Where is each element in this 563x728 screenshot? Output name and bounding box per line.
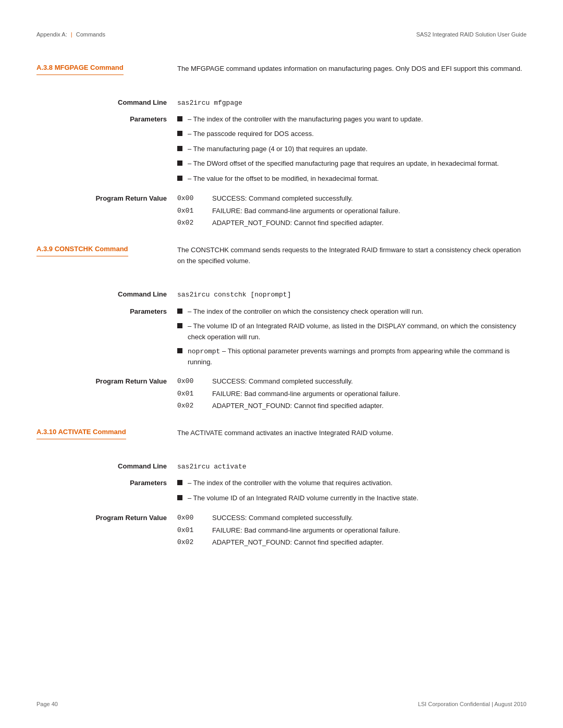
return-description: ADAPTER_NOT_FOUND: Cannot find specified… bbox=[212, 401, 527, 411]
return-description: ADAPTER_NOT_FOUND: Cannot find specified… bbox=[212, 218, 527, 228]
param-text: – The index of the controller on which t… bbox=[188, 306, 423, 317]
bullet-icon bbox=[177, 309, 182, 314]
page-footer: Page 40 LSI Corporation Confidential | A… bbox=[36, 701, 527, 707]
param-item: – The index of the controller with the m… bbox=[177, 114, 527, 125]
section-heading: A.3.10 ACTIVATE Command bbox=[36, 428, 126, 439]
field-content: 0x00SUCCESS: Command completed successfu… bbox=[177, 376, 527, 413]
command-line-text: sas2ircu constchk [noprompt] bbox=[177, 289, 527, 301]
param-text: – The volume ID of an Integrated RAID vo… bbox=[188, 321, 527, 342]
param-item: – The volume ID of an Integrated RAID vo… bbox=[177, 493, 527, 504]
bullet-icon bbox=[177, 480, 182, 485]
return-description: SUCCESS: Command completed successfully. bbox=[212, 193, 527, 204]
section-heading: A.3.9 CONSTCHK Command bbox=[36, 245, 128, 256]
section-title-left: A.3.8 MFGPAGE Command bbox=[36, 64, 177, 82]
return-code: 0x01 bbox=[177, 525, 206, 536]
header-right: SAS2 Integrated RAID Solution User Guide bbox=[416, 31, 527, 38]
bullet-icon bbox=[177, 116, 182, 121]
param-text: noprompt – This optional parameter preve… bbox=[188, 346, 527, 367]
field-label: Parameters bbox=[36, 478, 177, 508]
param-text: – The DWord offset of the specified manu… bbox=[188, 158, 499, 169]
field-content: – The index of the controller on which t… bbox=[177, 306, 527, 372]
section-title-row-a38: A.3.8 MFGPAGE CommandThe MFGPAGE command… bbox=[36, 64, 527, 82]
return-code: 0x01 bbox=[177, 206, 206, 216]
field-label: Parameters bbox=[36, 306, 177, 372]
field-row-parameters: Parameters – The index of the controller… bbox=[36, 114, 527, 189]
return-row: 0x02ADAPTER_NOT_FOUND: Cannot find speci… bbox=[177, 537, 527, 548]
field-content: sas2ircu mfgpage bbox=[177, 97, 527, 109]
parameters-list: – The index of the controller with the m… bbox=[177, 114, 527, 184]
param-item: – The DWord offset of the specified manu… bbox=[177, 158, 527, 169]
return-values-table: 0x00SUCCESS: Command completed successfu… bbox=[177, 376, 527, 411]
return-description: SUCCESS: Command completed successfully. bbox=[212, 513, 527, 523]
section-a38: A.3.8 MFGPAGE CommandThe MFGPAGE command… bbox=[36, 64, 527, 230]
return-description: ADAPTER_NOT_FOUND: Cannot find specified… bbox=[212, 537, 527, 548]
return-description: SUCCESS: Command completed successfully. bbox=[212, 376, 527, 387]
return-row: 0x01FAILURE: Bad command-line arguments … bbox=[177, 525, 527, 536]
header-left: Appendix A: | Commands bbox=[36, 31, 105, 38]
header-divider: | bbox=[71, 31, 72, 38]
field-row-program-return-value: Program Return Value0x00SUCCESS: Command… bbox=[36, 376, 527, 413]
return-code: 0x01 bbox=[177, 389, 206, 399]
return-row: 0x02ADAPTER_NOT_FOUND: Cannot find speci… bbox=[177, 401, 527, 411]
section-heading: A.3.8 MFGPAGE Command bbox=[36, 64, 124, 75]
field-content: – The index of the controller with the v… bbox=[177, 478, 527, 508]
section-desc-text: The ACTIVATE command activates an inacti… bbox=[177, 428, 527, 439]
command-line-text: sas2ircu activate bbox=[177, 461, 527, 473]
return-code: 0x00 bbox=[177, 513, 206, 523]
return-row: 0x02ADAPTER_NOT_FOUND: Cannot find speci… bbox=[177, 218, 527, 228]
param-text: – The index of the controller with the v… bbox=[188, 478, 393, 489]
field-label: Program Return Value bbox=[36, 376, 177, 413]
return-row: 0x01FAILURE: Bad command-line arguments … bbox=[177, 389, 527, 399]
return-description: FAILURE: Bad command-line arguments or o… bbox=[212, 389, 527, 399]
section-description: The ACTIVATE command activates an inacti… bbox=[177, 428, 527, 446]
return-row: 0x00SUCCESS: Command completed successfu… bbox=[177, 376, 527, 387]
return-description: FAILURE: Bad command-line arguments or o… bbox=[212, 206, 527, 216]
section-title-row-a310: A.3.10 ACTIVATE CommandThe ACTIVATE comm… bbox=[36, 428, 527, 446]
header-appendix-label: Appendix A: bbox=[36, 31, 67, 38]
section-desc-text: The CONSTCHK command sends requests to t… bbox=[177, 245, 527, 267]
field-row-command-line: Command Linesas2ircu mfgpage bbox=[36, 97, 527, 109]
bullet-icon bbox=[177, 495, 182, 500]
param-text: – The volume ID of an Integrated RAID vo… bbox=[188, 493, 419, 504]
field-content: – The index of the controller with the m… bbox=[177, 114, 527, 189]
return-description: FAILURE: Bad command-line arguments or o… bbox=[212, 525, 527, 536]
param-text: – The index of the controller with the m… bbox=[188, 114, 423, 125]
content-area: A.3.8 MFGPAGE CommandThe MFGPAGE command… bbox=[36, 64, 527, 550]
field-label: Program Return Value bbox=[36, 513, 177, 550]
return-code: 0x02 bbox=[177, 218, 206, 228]
field-label: Command Line bbox=[36, 461, 177, 473]
copyright: LSI Corporation Confidential | August 20… bbox=[418, 701, 527, 707]
section-description: The CONSTCHK command sends requests to t… bbox=[177, 245, 527, 274]
section-title-left: A.3.9 CONSTCHK Command bbox=[36, 245, 177, 274]
page-header: Appendix A: | Commands SAS2 Integrated R… bbox=[36, 31, 527, 38]
param-item: – The manufacturing page (4 or 10) that … bbox=[177, 144, 527, 155]
section-title-row-a39: A.3.9 CONSTCHK CommandThe CONSTCHK comma… bbox=[36, 245, 527, 274]
section-desc-text: The MFGPAGE command updates information … bbox=[177, 64, 527, 75]
bullet-icon bbox=[177, 323, 182, 328]
bullet-icon bbox=[177, 161, 182, 166]
section-a39: A.3.9 CONSTCHK CommandThe CONSTCHK comma… bbox=[36, 245, 527, 413]
field-content: 0x00SUCCESS: Command completed successfu… bbox=[177, 193, 527, 230]
command-line-text: sas2ircu mfgpage bbox=[177, 97, 527, 109]
bullet-icon bbox=[177, 348, 182, 353]
return-code: 0x00 bbox=[177, 376, 206, 387]
return-row: 0x01FAILURE: Bad command-line arguments … bbox=[177, 206, 527, 216]
param-text: – The passcode required for DOS access. bbox=[188, 129, 314, 140]
bullet-icon bbox=[177, 131, 182, 136]
return-code: 0x02 bbox=[177, 537, 206, 548]
param-item: – The index of the controller on which t… bbox=[177, 306, 527, 317]
section-a310: A.3.10 ACTIVATE CommandThe ACTIVATE comm… bbox=[36, 428, 527, 550]
return-code: 0x02 bbox=[177, 401, 206, 411]
field-content: sas2ircu activate bbox=[177, 461, 527, 473]
field-row-command-line: Command Linesas2ircu constchk [noprompt] bbox=[36, 289, 527, 301]
field-content: sas2ircu constchk [noprompt] bbox=[177, 289, 527, 301]
section-description: The MFGPAGE command updates information … bbox=[177, 64, 527, 82]
return-code: 0x00 bbox=[177, 193, 206, 204]
param-item: – The value for the offset to be modifie… bbox=[177, 174, 527, 184]
field-label: Command Line bbox=[36, 289, 177, 301]
param-item: – The volume ID of an Integrated RAID vo… bbox=[177, 321, 527, 342]
param-item: – The index of the controller with the v… bbox=[177, 478, 527, 489]
field-label: Parameters bbox=[36, 114, 177, 189]
header-section: Commands bbox=[76, 31, 105, 38]
bullet-icon bbox=[177, 146, 182, 151]
